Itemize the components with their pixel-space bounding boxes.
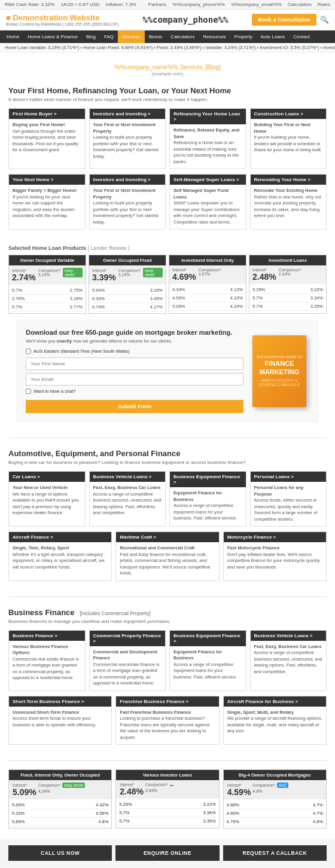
divider	[8, 760, 327, 761]
card-investors-investing[interactable]: Investors and Investing > Your First or …	[89, 108, 166, 169]
card-short-term-finance[interactable]: Short-Term Business Finance > Unsecured …	[8, 696, 112, 745]
loan-row: 2.76%3.16%	[12, 295, 83, 303]
first-name-field[interactable]	[26, 357, 243, 370]
loan-row: 5.7%2.77%	[12, 303, 83, 311]
callback-button[interactable]: REQUEST A CALLBACK	[223, 845, 327, 861]
inflation: Inflation: 7.3%	[106, 2, 136, 7]
book-consultation-button[interactable]: Book a Consultation	[252, 14, 316, 26]
rate-col-big4: Big-4 Owner Occupied Mortgages Interest*…	[223, 769, 327, 829]
loan-products-section: Selected Home Loan Products | Lender Rev…	[0, 242, 335, 320]
card-biz-equip-finance[interactable]: Business Equipment Finance > Equipment F…	[169, 471, 246, 527]
submit-form-button[interactable]: Submit Form	[26, 400, 243, 413]
nav-home-loans[interactable]: Home Loans & Finance	[23, 30, 82, 43]
automotive-title: Automotive, Equipment, and Personal Fina…	[8, 449, 327, 458]
chat-label: Want to have a chat?	[34, 389, 76, 394]
loan-row: 5.7%3.34%	[252, 294, 323, 302]
card-header: Aircraft Finance for Business >	[224, 696, 326, 707]
card-aircraft-finance[interactable]: Aircraft Finance > Single, Twin, Rotary,…	[8, 531, 112, 581]
loan-row: 5.7%3.35%	[252, 302, 323, 311]
email-field[interactable]	[26, 373, 243, 386]
loan-row: 5.09%4.24%	[172, 302, 243, 311]
rate-col-header: Various Investor Loans	[116, 770, 218, 780]
card-maritime[interactable]: Maritime Craft > Recreational and Commer…	[115, 531, 219, 581]
loan-row: 4.59%4.22%	[172, 294, 243, 302]
loan-row: 5.29%3.22%	[252, 286, 323, 294]
rate-col-header: Big-4 Owner Occupied Mortgages	[224, 770, 326, 780]
card-biz-equip-finance-2[interactable]: Business Equipment Finance > Equipment F…	[169, 630, 246, 691]
book-sub: MARTIN ROUCHY & DOMENICO BAUVILLE	[256, 378, 303, 387]
chat-check: Want to have a chat?	[26, 389, 243, 394]
card-next-home[interactable]: Your Next Home > Bigger Family = Bigger …	[8, 174, 86, 230]
rates-link[interactable]: Rates	[318, 2, 330, 7]
nav-contact[interactable]: Contact	[289, 30, 314, 43]
loan-col-header: Investment Loans	[249, 255, 326, 265]
business-title-inline: [Includes Commercial Property]	[80, 610, 151, 616]
rate-col-header: Fixed, Interest Only, Owner Occupied	[9, 770, 111, 780]
loan-rows: 5.94%3.16% 6.34%3.46% 6.74%4.17%	[89, 285, 166, 313]
call-us-button[interactable]: CALL US NOW	[8, 845, 112, 861]
header-right: Book a Consultation 🔍	[252, 14, 329, 26]
loan-col-header: Investment Interest Only	[169, 255, 246, 265]
logo-area: ■ Demonstration Website Broker Content b…	[6, 13, 118, 26]
rate-rows: 5.69%4.42% 5.33%4.56% 5.89%4.8%	[9, 799, 111, 828]
nav-property[interactable]: Property	[230, 30, 257, 43]
card-renovating[interactable]: Renovating Your Home > Renovate Your Exi…	[250, 174, 327, 230]
rate-row: 5.69%4.42%	[12, 801, 108, 809]
card-business-finance[interactable]: Business Finance > Various Business Fina…	[8, 630, 86, 691]
search-icon[interactable]: 🔍	[320, 16, 329, 24]
card-body: Fast Motorcycle FinanceDon't pay inflate…	[227, 545, 322, 570]
card-body: Recreational and Commercial CraftFast an…	[120, 545, 215, 577]
card-header: Business Vehicle Loans >	[90, 472, 166, 482]
timezone-check: AUS Eastern Standard Time (New South Wal…	[26, 349, 243, 354]
nav-bonus[interactable]: Bonus	[145, 30, 167, 43]
company-phone[interactable]: %%company_phone%%	[172, 2, 225, 7]
company-email[interactable]: %%company_email%%	[231, 2, 281, 7]
card-commercial-property[interactable]: Commercial Property Finance > Commercial…	[89, 630, 166, 691]
page-title-suffix: [Blog]	[205, 64, 221, 71]
loan-col-header: Owner Occupied Fixed	[89, 255, 166, 265]
card-biz-vehicle-loans[interactable]: Business Vehicle Loans > Fast, Easy, Bus…	[89, 471, 166, 527]
card-car-loans[interactable]: Car Loans > Your New or Used VehicleWe h…	[8, 471, 86, 527]
first-home-title: Your First Home, Refinancing Your Loan, …	[8, 86, 327, 95]
nav-calculators[interactable]: Calculators	[166, 30, 199, 43]
card-biz-vehicle-loans-2[interactable]: Business Vehicle Loans > Fast, Easy, Bus…	[250, 630, 327, 691]
card-body: Your First or Next Investment PropertyLo…	[93, 188, 162, 225]
loan-rows: 5.29%3.22% 5.7%3.34% 5.7%3.35%	[249, 284, 326, 313]
loan-col-owner-fixed: Owner Occupied Fixed Interest* 3.39% Com…	[89, 255, 166, 314]
nav-services[interactable]: Services	[118, 30, 145, 43]
card-body: Single, Sport, Multi, and RotaryWe provi…	[227, 710, 322, 735]
card-aircraft-biz[interactable]: Aircraft Finance for Business > Single, …	[223, 696, 327, 745]
card-first-home-buyer[interactable]: First Home Buyer > Buying your First Hom…	[8, 108, 86, 169]
nav-auto-loans[interactable]: Auto Loans	[257, 30, 289, 43]
chat-checkbox[interactable]	[26, 389, 31, 394]
page-title: %%company_name%% Services [Blog]	[12, 61, 323, 71]
card-personal-loans[interactable]: Personal Loans > Personal Loans for any …	[250, 471, 327, 527]
loan-col-main: Interest* 3.39% Comparison* 3.16% easy s…	[89, 265, 166, 285]
nav-resources[interactable]: Resources	[199, 30, 230, 43]
loan-row: 6.74%4.17%	[92, 303, 163, 311]
calculators-link[interactable]: Calculators	[288, 2, 312, 7]
cta-bar: CALL US NOW ENQUIRE ONLINE REQUEST A CAL…	[0, 839, 335, 867]
nav-home[interactable]: Home	[2, 30, 23, 43]
card-smsf[interactable]: Self-Managed Super Loans > Self Managed …	[169, 174, 246, 230]
card-refinancing[interactable]: Refinancing Your Home Loan > Refinance, …	[169, 108, 246, 169]
enquire-button[interactable]: ENQUIRE ONLINE	[115, 845, 219, 861]
card-motorcycle[interactable]: Motorcycle Finance > Fast Motorcycle Fin…	[223, 531, 327, 581]
rate-main: Interest* 5.09% Comparison* 4.24% easy s…	[9, 780, 111, 799]
nav-faq[interactable]: FAQ	[100, 30, 118, 43]
loan-col-main: Interest* 4.69% Comparison* 3.97%	[169, 265, 246, 284]
top-bar: RBA Cash Rate: 3.10% 1AUD = 0.67 USD Inf…	[0, 0, 335, 10]
book-body: We'll show you exactly how we generate b…	[26, 338, 243, 344]
rate-row: 5.7%3.34%	[119, 809, 215, 817]
timezone-checkbox[interactable]	[26, 349, 31, 354]
card-investors-investing-2[interactable]: Investors and Investing > Your First or …	[89, 174, 166, 230]
card-header: Aircraft Finance >	[9, 532, 111, 542]
card-body: Your New or Used VehicleWe have a range …	[13, 485, 81, 516]
card-header: Your Next Home >	[9, 175, 85, 185]
book-image: THE DEFINITIVE GUIDE TO FINANCE MARKETIN…	[249, 329, 309, 413]
card-construction-loans[interactable]: Construction Loans > Building Your First…	[250, 108, 327, 169]
nav-blog[interactable]: Blog	[82, 30, 100, 43]
partners-link[interactable]: Partners	[148, 2, 166, 7]
card-franchise-finance[interactable]: Franchise Business Finance > Fast Franch…	[115, 696, 219, 745]
card-body: Equipment Finance for BusinessAccess a r…	[173, 490, 242, 522]
